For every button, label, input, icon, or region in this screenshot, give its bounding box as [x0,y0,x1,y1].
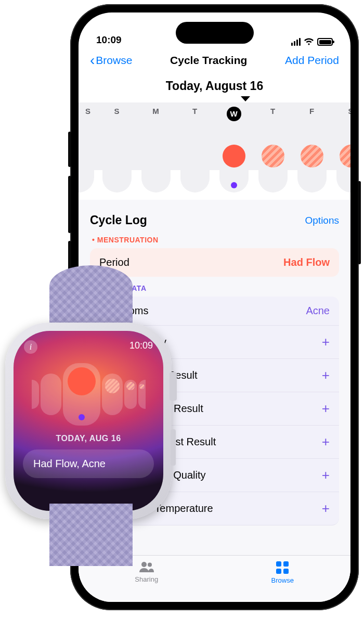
watch-cycle-pills[interactable] [14,363,163,426]
wifi-icon [304,38,314,46]
period-predicted-dot-icon [139,384,145,389]
cycle-day[interactable] [180,142,210,192]
weekday-label: S [85,107,90,115]
row-value: Had Flow [283,256,330,268]
cycle-day[interactable] [102,142,132,192]
cycle-day[interactable] [41,374,61,415]
page-title: Cycle Tracking [170,54,247,67]
add-icon: + [322,367,330,383]
data-logged-dot-icon [79,414,85,420]
tab-label: Browse [271,576,294,584]
weekday-label: S [348,107,350,115]
cycle-day[interactable] [141,142,171,192]
cycle-day[interactable] [124,380,137,409]
status-time: 10:09 [96,34,122,46]
svg-rect-2 [276,561,281,567]
cycle-day[interactable] [32,380,39,409]
svg-rect-3 [283,561,289,567]
weekday-label: S [114,107,119,115]
watch-date: TODAY, AUG 16 [14,434,163,443]
cycle-day[interactable] [79,142,94,192]
svg-point-0 [141,562,147,567]
cycle-day-pills[interactable] [79,142,350,200]
tab-label: Sharing [135,575,158,583]
watch-side-button [171,429,176,466]
cellular-icon [291,38,301,46]
weekday-label: T [192,107,197,115]
period-predicted-dot-icon [126,382,135,390]
svg-rect-4 [276,569,281,574]
weekday-label: F [309,107,314,115]
watch-band-bottom [49,504,133,566]
watch-screen: i 10:09 TODAY, AUG [14,331,163,511]
phone-silent-switch [68,132,71,167]
period-predicted-dot-icon [262,145,284,168]
add-period-button[interactable]: Add Period [285,54,339,67]
cycle-day[interactable] [102,374,123,415]
cycle-day[interactable] [336,142,351,192]
cycle-day[interactable] [138,380,146,409]
watch-time: 10:09 [129,340,153,354]
cycle-day-selected[interactable] [219,142,249,192]
weekday-label-selected: W [227,107,241,121]
period-predicted-dot-icon [301,145,323,168]
phone-volume-up [68,176,71,233]
chevron-left-icon: ‹ [90,55,95,66]
period-dot-icon [68,367,96,395]
svg-point-1 [148,563,152,567]
current-date-heading: Today, August 16 [79,74,350,95]
back-label: Browse [96,54,132,67]
cycle-day-selected[interactable] [63,363,100,426]
nav-bar: ‹ Browse Cycle Tracking Add Period [79,49,350,74]
cycle-day[interactable] [258,142,288,192]
menstruation-section-label: MENSTRUATION [90,228,339,248]
add-icon: + [322,500,330,517]
weekday-label: M [152,107,159,115]
apple-watch: i 10:09 TODAY, AUG [5,276,177,519]
svg-rect-5 [283,569,289,574]
info-button[interactable]: i [24,340,37,354]
period-predicted-dot-icon [105,379,120,393]
weekday-label: T [270,107,275,115]
add-icon: + [322,434,330,450]
battery-icon [317,38,333,46]
dynamic-island [176,22,254,44]
period-predicted-dot-icon [340,145,351,168]
add-icon: + [322,401,330,417]
watch-case: i 10:09 TODAY, AUG [5,323,172,519]
row-value: Acne [306,305,330,317]
options-button[interactable]: Options [305,215,339,226]
cycle-day[interactable] [297,142,327,192]
back-button[interactable]: ‹ Browse [90,54,132,67]
digital-crown [170,372,177,401]
period-row[interactable]: Period Had Flow [90,248,339,277]
grid-icon [276,561,289,574]
people-icon [139,561,154,573]
tab-browse[interactable]: Browse [251,561,314,584]
add-icon: + [322,467,330,483]
date-caret-icon [241,96,250,101]
data-logged-dot-icon [231,182,237,188]
add-icon: + [322,334,330,350]
watch-log-chip[interactable]: Had Flow, Acne [23,449,154,478]
period-dot-icon [223,145,245,168]
cycle-log-title: Cycle Log [90,213,147,227]
phone-side-button [358,181,361,264]
